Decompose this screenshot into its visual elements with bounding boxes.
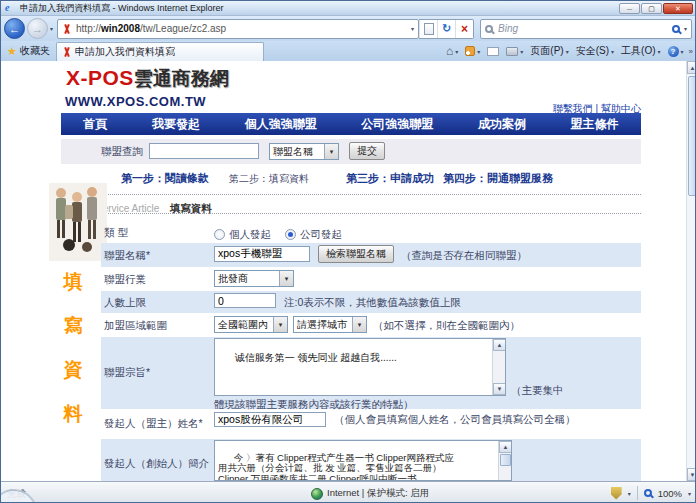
- scroll-up-icon[interactable]: [499, 441, 512, 453]
- tools-menu-button[interactable]: 工具(O): [619, 43, 662, 59]
- radio-company-label: 公司發起: [300, 228, 342, 240]
- forward-button[interactable]: [27, 18, 48, 39]
- help-button[interactable]: [666, 45, 686, 58]
- address-bar[interactable]: http://win2008/tw/League/zc2.asp: [57, 19, 419, 39]
- read-mail-button[interactable]: [485, 46, 501, 57]
- stop-button[interactable]: [455, 20, 473, 38]
- max-members-input[interactable]: [214, 293, 276, 308]
- compatibility-view-button[interactable]: [419, 20, 437, 38]
- search-icon: [485, 25, 493, 33]
- league-name-note: （查詢是否存在相同聯盟）: [401, 249, 527, 263]
- query-label: 聯盟查詢: [101, 145, 143, 159]
- region-select-city[interactable]: 請選擇城市: [293, 316, 367, 333]
- vertical-char-3: 資: [61, 357, 85, 383]
- industry-label: 聯盟行業: [104, 273, 146, 287]
- query-submit-button[interactable]: 提交: [349, 142, 385, 160]
- nav-item-leader-terms[interactable]: 盟主條件: [571, 116, 619, 133]
- check-league-name-button[interactable]: 檢索聯盟名稱: [318, 245, 394, 263]
- search-options-caret[interactable]: [684, 25, 687, 32]
- search-box[interactable]: Bing: [480, 19, 692, 39]
- refresh-button[interactable]: [437, 20, 455, 38]
- search-go-icon[interactable]: [672, 25, 680, 33]
- toolbar-overflow-chevron[interactable]: [689, 47, 693, 56]
- url-text[interactable]: http://win2008/tw/League/zc2.asp: [76, 23, 226, 34]
- nav-item-success-cases[interactable]: 成功案例: [478, 116, 526, 133]
- favorites-button[interactable]: 收藏夹: [1, 41, 56, 61]
- purpose-note-below: 體現該聯盟主要服務內容或該行業的特點）: [214, 398, 414, 412]
- logo-name: 雲通商務網: [134, 68, 229, 89]
- nav-item-initiate[interactable]: 我要發起: [152, 116, 200, 133]
- scroll-thumb[interactable]: [500, 454, 511, 466]
- founder-intro-scrollbar[interactable]: [498, 441, 511, 480]
- shield-caret[interactable]: [628, 490, 631, 497]
- select-dropdown-icon[interactable]: [324, 144, 338, 159]
- logo-xpos: X-POS: [66, 66, 134, 89]
- scroll-down-icon[interactable]: [493, 383, 506, 395]
- active-tab[interactable]: 申請加入我們資料填寫: [56, 42, 264, 61]
- vertical-char-2: 寫: [61, 313, 85, 339]
- feeds-button[interactable]: [463, 45, 482, 57]
- tab-bar: 收藏夹 申請加入我們資料填寫 页面(P) 安全(S) 工具(O): [1, 41, 696, 61]
- max-members-label: 人數上限: [104, 296, 146, 310]
- query-type-select[interactable]: 聯盟名稱: [269, 143, 339, 160]
- industry-dropdown-icon[interactable]: [279, 271, 293, 286]
- purpose-scrollbar[interactable]: [492, 339, 505, 395]
- back-button[interactable]: [4, 18, 25, 39]
- radio-personal-label: 個人發起: [229, 228, 271, 240]
- step-3: 第三步：申請成功: [346, 171, 434, 186]
- compatibility-icon: [424, 23, 434, 35]
- radio-personal[interactable]: [214, 229, 225, 240]
- purpose-label: 聯盟宗旨*: [104, 366, 150, 380]
- help-icon: [668, 46, 679, 57]
- page-menu-button[interactable]: 页面(P): [528, 43, 570, 59]
- page-scroll-thumb[interactable]: [688, 76, 696, 196]
- internet-globe-icon: [311, 488, 323, 500]
- page-scroll-down-icon[interactable]: [687, 468, 696, 481]
- region-country-dropdown-icon[interactable]: [273, 317, 287, 332]
- purpose-textarea[interactable]: 诚信服务第一 领先同业 超越自我......: [214, 338, 506, 396]
- nav-item-company-league[interactable]: 公司強強聯盟: [361, 116, 433, 133]
- zoom-caret[interactable]: [688, 490, 691, 497]
- search-placeholder[interactable]: Bing: [498, 23, 672, 34]
- query-input[interactable]: [149, 143, 259, 159]
- maximize-button[interactable]: [641, 3, 662, 14]
- page-scrollbar[interactable]: [686, 61, 696, 481]
- zoom-magnifier-icon[interactable]: [644, 489, 652, 497]
- founder-intro-label: 發起人（創始人）簡介: [104, 457, 209, 471]
- zone-text: Internet | 保护模式: 启用: [327, 487, 429, 500]
- industry-select[interactable]: 批發商: [214, 270, 294, 287]
- close-button[interactable]: [663, 3, 693, 14]
- status-separator: [637, 486, 638, 500]
- nav-item-home[interactable]: 首頁: [83, 116, 107, 133]
- zoom-level[interactable]: 100%: [658, 488, 682, 499]
- site-logo: X-POS雲通商務網: [66, 66, 229, 92]
- vertical-char-1: 填: [61, 269, 85, 295]
- home-icon: [446, 44, 453, 58]
- protected-mode-shield-icon[interactable]: [611, 487, 622, 500]
- home-button[interactable]: [444, 43, 460, 59]
- founder-intro-textarea[interactable]: 今 〉著有 Clipper程式产生器一书 Clipper网路程式应 用共六册（分…: [214, 440, 512, 481]
- printer-icon: [506, 47, 518, 56]
- divider-top: [91, 194, 641, 195]
- page-scroll-up-icon[interactable]: [687, 61, 696, 74]
- safety-menu-button[interactable]: 安全(S): [574, 43, 616, 59]
- scroll-up-icon[interactable]: [493, 339, 506, 351]
- divider-bottom: [91, 213, 641, 214]
- minimize-button[interactable]: [619, 3, 640, 14]
- type-radio-group: 個人發起公司發起: [214, 224, 356, 242]
- title-bar: 申請加入我們資料填寫 - Windows Internet Explorer: [1, 1, 696, 16]
- max-members-note: 注:0表示不限，其他數值為該數值上限: [284, 296, 461, 310]
- radio-company[interactable]: [285, 229, 296, 240]
- print-button[interactable]: [504, 46, 525, 57]
- league-query-bar: 聯盟查詢 聯盟名稱 提交: [61, 139, 641, 164]
- address-dropdown-caret[interactable]: [411, 25, 414, 32]
- region-city-dropdown-icon[interactable]: [352, 317, 366, 332]
- region-select-country[interactable]: 全國範圍內: [214, 316, 288, 333]
- rss-icon: [465, 46, 475, 56]
- favorites-star-icon: [7, 45, 17, 58]
- nav-item-personal-league[interactable]: 個人強強聯盟: [245, 116, 317, 133]
- step-1: 第一步：閱讀條款: [121, 171, 209, 186]
- recent-pages-caret[interactable]: [50, 25, 53, 32]
- refresh-icon: [442, 22, 451, 35]
- league-name-input[interactable]: [214, 246, 310, 262]
